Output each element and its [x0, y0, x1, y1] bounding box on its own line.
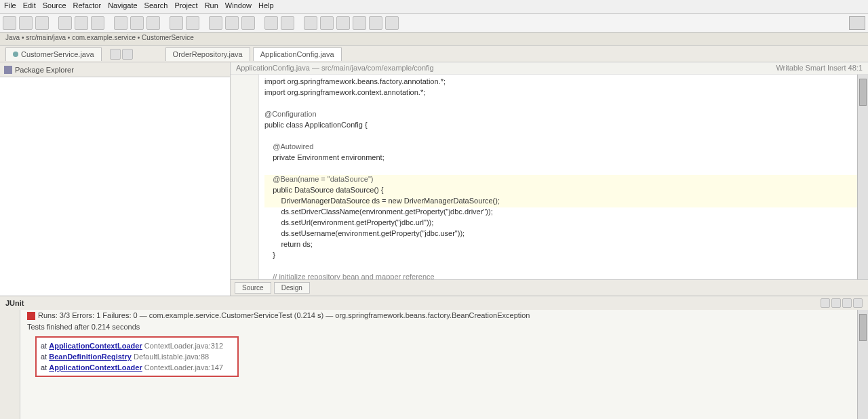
menu-search[interactable]: Search: [144, 1, 168, 12]
menu-project[interactable]: Project: [174, 1, 197, 12]
trace-method[interactable]: BeanDefinitionRegistry: [49, 353, 132, 361]
pin-icon[interactable]: [385, 16, 399, 30]
search-icon[interactable]: [130, 16, 144, 30]
package-explorer-body[interactable]: [0, 77, 230, 296]
toggle-comment-icon[interactable]: [353, 16, 366, 30]
view-title: JUnit: [5, 299, 24, 307]
editor-area: ApplicationConfig.java — src/main/java/c…: [231, 62, 868, 296]
editor-tab[interactable]: CustomerService.java: [5, 47, 102, 61]
tab-maximize-icon[interactable]: [122, 49, 133, 60]
cut-icon[interactable]: [209, 16, 222, 30]
menu-help[interactable]: Help: [258, 1, 274, 12]
code-line[interactable]: ds.setUsername(environment.getProperty("…: [264, 229, 868, 240]
editor-path: ApplicationConfig.java — src/main/java/c…: [236, 64, 434, 73]
code-line[interactable]: public DataSource dataSource() {: [264, 186, 868, 197]
editor-tabbar: CustomerService.java OrderRepository.jav…: [0, 46, 868, 62]
left-panel: Package Explorer: [0, 62, 231, 296]
test-summary: Runs: 3/3 Errors: 1 Failures: 0 — com.ex…: [38, 311, 530, 319]
code-line[interactable]: private Environment environment;: [264, 153, 868, 164]
trace-method[interactable]: ApplicationContextLoader: [49, 363, 142, 372]
run-last-icon[interactable]: [91, 16, 104, 30]
redo-icon[interactable]: [281, 16, 294, 30]
code-line[interactable]: ds.setUrl(environment.getProperty("jdbc.…: [264, 218, 868, 229]
undo-icon[interactable]: [264, 16, 278, 30]
trace-line[interactable]: at BeanDefinitionRegistry DefaultListabl…: [41, 351, 233, 362]
code-line[interactable]: DriverManagerDataSource ds = new DriverM…: [264, 197, 868, 207]
code-line[interactable]: }: [264, 251, 868, 262]
format-icon[interactable]: [320, 16, 334, 30]
trace-method[interactable]: ApplicationContextLoader: [49, 342, 142, 350]
code-line[interactable]: [264, 262, 868, 273]
code-line[interactable]: [264, 132, 868, 142]
editor-header: ApplicationConfig.java — src/main/java/c…: [231, 62, 868, 75]
package-explorer-tab[interactable]: Package Explorer: [0, 62, 230, 77]
menu-bar: File Edit Source Refactor Navigate Searc…: [0, 0, 868, 14]
code-line[interactable]: @Bean(name = "dataSource"): [264, 175, 868, 186]
code-line[interactable]: return ds;: [264, 240, 868, 251]
rerun-icon[interactable]: [821, 298, 830, 308]
editor-status: Writable Smart Insert 48:1: [776, 64, 863, 73]
save-all-icon[interactable]: [35, 16, 49, 30]
tab-minimize-icon[interactable]: [110, 49, 121, 60]
menu-run[interactable]: Run: [205, 1, 218, 12]
bottom-scrollbar[interactable]: [857, 310, 868, 419]
trace-location: DefaultListable.java:88: [134, 353, 209, 361]
outline-icon[interactable]: [369, 16, 382, 30]
trace-location: ContextLoader.java:312: [144, 342, 223, 350]
new-icon[interactable]: [3, 16, 16, 30]
menu-navigate[interactable]: Navigate: [108, 1, 137, 12]
editor-tab-label: CustomerService.java: [21, 50, 94, 58]
editor-footer-tabs: Source Design: [231, 279, 868, 296]
code-line[interactable]: [264, 164, 868, 175]
bottom-panel: JUnit Runs: 3/3 Errors: 1 Failures: 0 — …: [0, 296, 868, 419]
code-line[interactable]: [264, 99, 868, 110]
main-toolbar: [0, 14, 868, 33]
editor-tab-active[interactable]: ApplicationConfig.java: [253, 47, 342, 61]
line-gutter[interactable]: [231, 75, 259, 279]
toggle-breakpoint-icon[interactable]: [146, 16, 160, 30]
menu-edit[interactable]: Edit: [23, 1, 36, 12]
code-line[interactable]: ds.setDriverClassName(environment.getPro…: [264, 207, 868, 218]
paste-icon[interactable]: [241, 16, 255, 30]
trace-line[interactable]: at ApplicationContextLoader ContextLoade…: [41, 362, 233, 373]
code-line[interactable]: public class ApplicationConfig {: [264, 121, 868, 132]
code-line[interactable]: import org.springframework.context.annot…: [264, 88, 868, 99]
junit-view-tab[interactable]: JUnit: [0, 296, 868, 310]
design-tab[interactable]: Design: [274, 282, 310, 294]
menu-refactor[interactable]: Refactor: [73, 1, 102, 12]
save-icon[interactable]: [19, 16, 33, 30]
breadcrumb[interactable]: Java • src/main/java • com.example.servi…: [0, 33, 868, 46]
editor-tab-label: ApplicationConfig.java: [260, 50, 334, 58]
debug-icon[interactable]: [58, 16, 72, 30]
perspective-switcher[interactable]: [849, 16, 865, 30]
forward-icon[interactable]: [186, 16, 199, 30]
copy-icon[interactable]: [225, 16, 239, 30]
organize-imports-icon[interactable]: [336, 16, 350, 30]
trace-location: ContextLoader.java:147: [144, 363, 223, 372]
minimize-icon[interactable]: [853, 298, 863, 308]
open-type-icon[interactable]: [114, 16, 127, 30]
scrollbar-thumb[interactable]: [859, 314, 867, 341]
stop-icon[interactable]: [831, 298, 841, 308]
editor-tab[interactable]: OrderRepository.java: [165, 47, 250, 61]
code-editor[interactable]: import org.springframework.beans.factory…: [231, 75, 868, 279]
menu-file[interactable]: File: [4, 1, 16, 12]
scrollbar-thumb[interactable]: [859, 79, 867, 106]
editor-scrollbar[interactable]: [857, 75, 868, 279]
code-line[interactable]: import org.springframework.beans.factory…: [264, 77, 868, 88]
run-icon[interactable]: [75, 16, 88, 30]
menu-source[interactable]: Source: [43, 1, 66, 12]
file-icon: [13, 52, 18, 57]
menu-window[interactable]: Window: [225, 1, 252, 12]
code-line[interactable]: @Autowired: [264, 142, 868, 153]
test-summary-row[interactable]: Runs: 3/3 Errors: 1 Failures: 0 — com.ex…: [0, 310, 868, 321]
back-icon[interactable]: [170, 16, 183, 30]
failure-trace[interactable]: at ApplicationContextLoader ContextLoade…: [35, 336, 239, 377]
history-icon[interactable]: [842, 298, 852, 308]
trace-line[interactable]: at ApplicationContextLoader ContextLoade…: [41, 340, 233, 351]
build-icon[interactable]: [304, 16, 317, 30]
code-line[interactable]: // initialize repository bean and mapper…: [264, 273, 868, 279]
error-icon: [27, 312, 35, 320]
source-tab[interactable]: Source: [235, 282, 271, 294]
code-line[interactable]: @Configuration: [264, 110, 868, 121]
